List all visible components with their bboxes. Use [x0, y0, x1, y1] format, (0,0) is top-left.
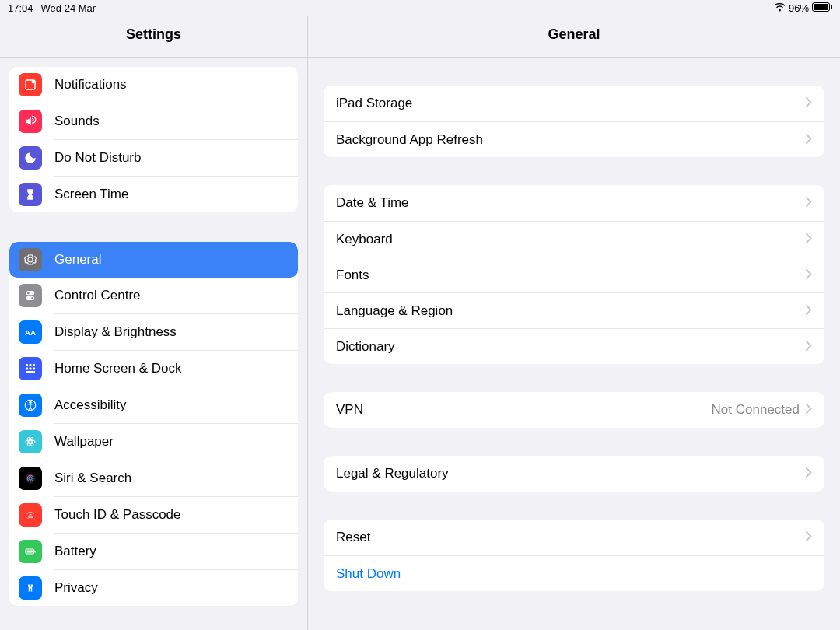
svg-rect-15 — [33, 368, 35, 370]
sidebar-item-label: Notifications — [54, 77, 127, 93]
sidebar-item-label: Accessibility — [54, 397, 127, 413]
svg-rect-13 — [26, 368, 28, 370]
sidebar-item-label: Sounds — [54, 114, 100, 129]
detail-title: General — [308, 16, 840, 58]
detail-label: Reset — [336, 530, 806, 545]
detail-label: Language & Region — [336, 303, 806, 319]
sidebar-item-wallpaper[interactable]: Wallpaper — [54, 423, 298, 460]
controlcentre-icon — [19, 284, 42, 307]
svg-point-8 — [31, 297, 33, 299]
status-date: Wed 24 Mar — [41, 2, 96, 14]
sidebar-item-label: Screen Time — [54, 187, 128, 202]
sidebar-item-label: Battery — [54, 544, 96, 559]
general-icon — [19, 248, 42, 271]
svg-rect-27 — [27, 551, 33, 553]
sidebar-item-label: Do Not Disturb — [54, 150, 141, 166]
detail-row-storage[interactable]: iPad Storage — [324, 86, 824, 121]
chevron-right-icon — [806, 195, 812, 211]
sidebar-item-sounds[interactable]: Sounds — [54, 103, 298, 139]
svg-rect-12 — [33, 364, 35, 366]
chevron-right-icon — [806, 96, 812, 111]
sidebar-item-dnd[interactable]: Do Not Disturb — [54, 139, 298, 176]
sidebar-item-label: Display & Brightness — [54, 324, 177, 340]
svg-rect-2 — [831, 5, 832, 9]
detail-row-bgrefresh[interactable]: Background App Refresh — [324, 121, 824, 157]
chevron-right-icon — [806, 402, 812, 418]
battery-percent: 96% — [789, 2, 809, 14]
sidebar-item-display[interactable]: AADisplay & Brightness — [54, 313, 298, 350]
detail-row-shutdown[interactable]: Shut Down — [324, 555, 824, 591]
svg-rect-11 — [30, 364, 32, 366]
svg-point-23 — [25, 473, 36, 484]
detail-label: Date & Time — [336, 195, 806, 211]
svg-rect-10 — [26, 364, 28, 366]
privacy-icon — [19, 576, 42, 600]
chevron-right-icon — [806, 268, 812, 283]
sidebar-item-label: Touch ID & Passcode — [54, 507, 181, 523]
svg-point-20 — [26, 440, 35, 444]
detail-row-fonts[interactable]: Fonts — [324, 257, 824, 292]
sounds-icon — [19, 110, 42, 133]
chevron-right-icon — [806, 339, 812, 355]
svg-text:AA: AA — [25, 328, 36, 337]
svg-point-6 — [27, 292, 30, 294]
detail-value: Not Connected — [712, 402, 800, 418]
detail-label: VPN — [336, 402, 712, 418]
sidebar: Settings NotificationsSoundsDo Not Distu… — [0, 16, 308, 630]
sidebar-item-controlcentre[interactable]: Control Centre — [54, 278, 298, 313]
chevron-right-icon — [806, 530, 812, 545]
detail-row-language[interactable]: Language & Region — [324, 292, 824, 328]
battery-icon — [812, 2, 832, 14]
sidebar-item-home[interactable]: Home Screen & Dock — [54, 350, 298, 387]
sidebar-item-label: Home Screen & Dock — [54, 361, 181, 376]
sidebar-item-notifications[interactable]: Notifications — [9, 67, 298, 103]
status-bar: 17:04 Wed 24 Mar 96% — [0, 0, 840, 16]
screentime-icon — [19, 183, 42, 206]
chevron-right-icon — [806, 466, 812, 481]
detail-row-legal[interactable]: Legal & Regulatory — [324, 456, 824, 492]
sidebar-item-screentime[interactable]: Screen Time — [54, 176, 298, 212]
sidebar-item-label: General — [54, 252, 101, 268]
detail-label: Keyboard — [336, 232, 806, 247]
svg-rect-16 — [26, 371, 35, 373]
svg-rect-1 — [814, 4, 828, 10]
chevron-right-icon — [806, 232, 812, 247]
accessibility-icon — [19, 394, 42, 417]
detail-label: Fonts — [336, 268, 806, 283]
detail-row-datetime[interactable]: Date & Time — [324, 185, 824, 221]
detail-label: Legal & Regulatory — [336, 466, 806, 481]
chevron-right-icon — [806, 132, 812, 148]
sidebar-item-siri[interactable]: Siri & Search — [54, 460, 298, 496]
wifi-icon — [774, 2, 786, 14]
detail-label: Background App Refresh — [336, 132, 806, 148]
notifications-icon — [19, 73, 42, 96]
sidebar-item-battery[interactable]: Battery — [54, 533, 298, 569]
detail-row-reset[interactable]: Reset — [324, 520, 824, 555]
svg-rect-14 — [30, 368, 32, 370]
detail-label: Dictionary — [336, 339, 806, 355]
sidebar-item-general[interactable]: General — [9, 242, 298, 278]
home-icon — [19, 357, 42, 380]
svg-rect-28 — [34, 551, 36, 553]
sidebar-item-label: Wallpaper — [54, 434, 114, 450]
detail-label: iPad Storage — [336, 96, 806, 111]
dnd-icon — [19, 146, 42, 170]
siri-icon — [19, 467, 42, 490]
sidebar-item-label: Siri & Search — [54, 471, 131, 486]
sidebar-item-accessibility[interactable]: Accessibility — [54, 387, 298, 423]
touchid-icon — [19, 503, 42, 527]
svg-point-18 — [30, 401, 31, 403]
detail-row-vpn[interactable]: VPNNot Connected — [324, 392, 824, 428]
detail-row-keyboard[interactable]: Keyboard — [324, 221, 824, 257]
sidebar-item-privacy[interactable]: Privacy — [54, 569, 298, 606]
detail-row-dictionary[interactable]: Dictionary — [324, 328, 824, 364]
detail-label: Shut Down — [336, 566, 812, 582]
sidebar-item-label: Privacy — [54, 580, 98, 596]
sidebar-item-touchid[interactable]: Touch ID & Passcode — [54, 496, 298, 533]
chevron-right-icon — [806, 303, 812, 319]
svg-point-4 — [32, 80, 36, 84]
battery-icon — [19, 540, 42, 563]
sidebar-item-label: Control Centre — [54, 288, 141, 303]
display-icon: AA — [19, 320, 42, 344]
status-time: 17:04 — [8, 2, 33, 14]
